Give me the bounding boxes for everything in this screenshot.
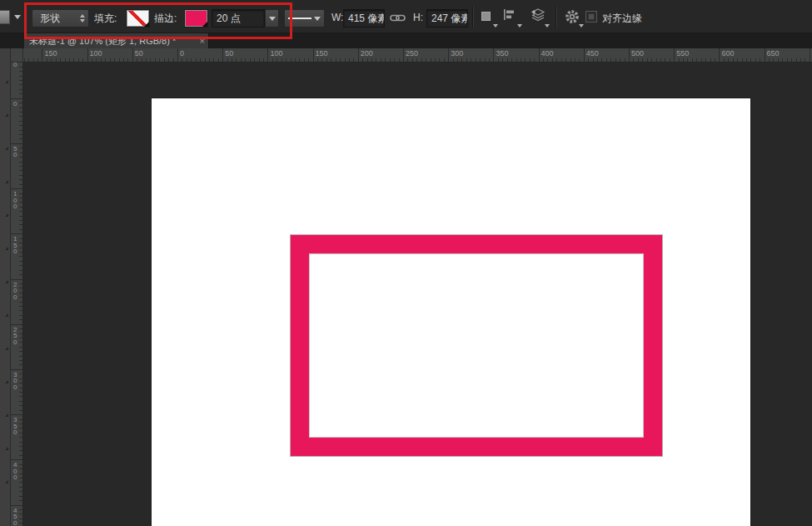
vertical-ruler[interactable]: 50050100150200250300350400450 — [11, 63, 23, 526]
ruler-tick — [19, 383, 22, 383]
ruler-label: 50 — [13, 63, 17, 68]
ruler-tick — [11, 233, 23, 234]
ruler-tick — [19, 112, 22, 113]
ruler-tick — [19, 496, 22, 497]
ruler-tick — [407, 58, 408, 62]
ruler-tick — [205, 58, 206, 62]
chevron-down-icon[interactable] — [14, 15, 21, 19]
document-tab[interactable]: 未标题-1 @ 107% (矩形 1, RGB/8) * × — [24, 33, 209, 48]
ruler-tick — [670, 58, 670, 62]
tool-mode-dropdown[interactable]: 形状 — [32, 9, 89, 28]
ruler-tick — [705, 58, 706, 62]
ruler-tick — [769, 58, 770, 62]
ruler-tick — [5, 280, 8, 283]
ruler-tick — [651, 58, 652, 62]
ruler-tick — [19, 134, 22, 135]
ruler-tick — [791, 58, 792, 62]
path-arrangement-button[interactable] — [530, 8, 547, 26]
ruler-tick — [19, 67, 22, 68]
ruler-tick — [19, 138, 22, 139]
tools-panel-edge[interactable] — [0, 48, 11, 526]
ruler-tick — [19, 184, 22, 185]
ruler-label: 450 — [586, 49, 599, 58]
align-edges-checkbox[interactable] — [585, 11, 597, 23]
width-label: W: — [331, 12, 343, 23]
ruler-tick — [19, 153, 22, 153]
ruler-label: 400 — [13, 462, 17, 481]
tool-preset-button[interactable] — [0, 10, 10, 24]
stroke-color-swatch[interactable] — [185, 10, 207, 27]
ruler-tick — [164, 58, 165, 62]
ruler-tick — [19, 310, 22, 311]
ruler-tick — [782, 58, 783, 62]
photoshop-window: 形状 填充: 描边: 20 点 W: 415 像素 H: 247 像素 — [0, 0, 812, 526]
stroke-style-preview-icon — [288, 18, 311, 19]
ruler-tick — [19, 166, 22, 167]
ruler-tick — [196, 58, 197, 62]
ruler-tick — [579, 58, 580, 62]
ruler-tick — [272, 58, 273, 62]
ruler-tick — [267, 48, 268, 63]
ruler-tick — [82, 58, 83, 62]
ruler-tick — [656, 58, 657, 62]
ruler-tick — [47, 58, 47, 62]
stroke-style-dropdown[interactable] — [284, 9, 325, 28]
ruler-tick — [263, 58, 264, 62]
ruler-tick — [11, 324, 23, 325]
document-canvas[interactable] — [152, 98, 750, 526]
close-icon[interactable]: × — [200, 33, 205, 48]
link-dimensions-icon[interactable] — [390, 12, 406, 27]
ruler-tick — [19, 193, 22, 194]
chevron-down-icon — [579, 24, 584, 28]
ruler-tick — [399, 58, 400, 62]
fill-color-swatch[interactable] — [127, 10, 149, 27]
ruler-label: 250 — [13, 327, 17, 346]
ruler-tick — [19, 423, 22, 424]
ruler-tick — [19, 238, 22, 239]
ruler-tick — [5, 147, 8, 150]
ruler-tick — [259, 58, 260, 62]
checkbox-fill — [589, 14, 594, 19]
ruler-tick — [146, 58, 147, 62]
ruler-tick — [543, 58, 544, 62]
separator — [555, 7, 556, 28]
ruler-tick — [412, 58, 413, 62]
ruler-tick — [448, 48, 449, 63]
ruler-tick — [187, 58, 187, 62]
ruler-tick — [101, 58, 102, 62]
ruler-tick — [87, 48, 88, 63]
ruler-tick — [317, 58, 318, 62]
ruler-tick — [19, 297, 22, 298]
ruler-tick — [715, 58, 715, 62]
settings-button[interactable] — [564, 8, 581, 26]
ruler-tick — [625, 58, 625, 62]
ruler-tick — [19, 252, 22, 253]
shape-height-input[interactable]: 247 像素 — [426, 9, 468, 28]
ruler-tick — [349, 58, 350, 62]
ruler-tick — [493, 48, 494, 63]
ruler-tick — [19, 202, 22, 203]
ruler-tick — [19, 265, 22, 266]
tool-options-bar: 形状 填充: 描边: 20 点 W: 415 像素 H: 247 像素 — [0, 0, 812, 33]
ruler-tick — [19, 71, 22, 72]
ruler-tick — [19, 274, 22, 275]
stroke-width-input[interactable]: 20 点 — [212, 9, 265, 28]
ruler-tick — [19, 392, 22, 393]
drawn-rectangle-shape[interactable] — [291, 235, 662, 456]
ruler-tick — [250, 58, 251, 62]
horizontal-ruler[interactable]: 1501005005010015020025030035040045050055… — [23, 48, 812, 63]
shape-width-input[interactable]: 415 像素 — [343, 9, 385, 28]
ruler-tick — [114, 58, 115, 62]
path-operations-button[interactable] — [478, 8, 496, 26]
stroke-width-dropdown-button[interactable] — [265, 9, 279, 28]
ruler-tick — [11, 369, 23, 370]
ruler-tick — [5, 447, 8, 450]
ruler-tick — [800, 58, 801, 62]
ruler-tick — [227, 58, 228, 62]
ruler-tick — [11, 505, 23, 506]
ruler-tick — [218, 58, 219, 62]
ruler-label: 300 — [13, 372, 17, 391]
ruler-tick — [19, 364, 22, 365]
ruler-tick — [159, 58, 160, 62]
path-alignment-button[interactable] — [502, 8, 520, 26]
